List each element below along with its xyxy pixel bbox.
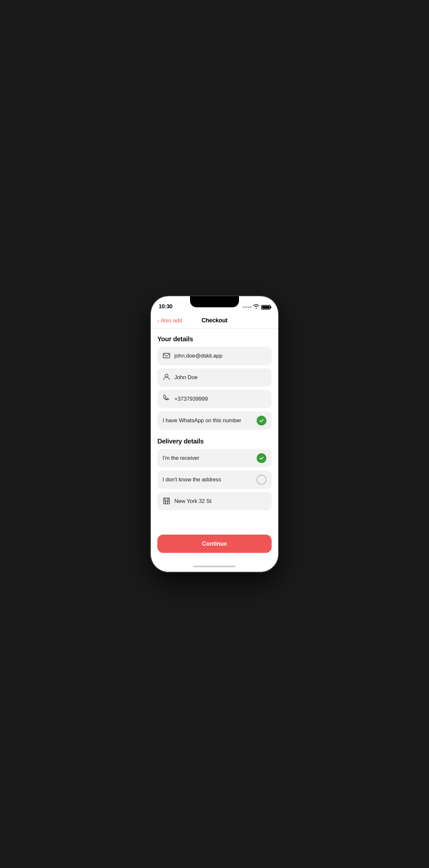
whatsapp-checkbox-row[interactable]: I have WhatsApp on this number — [157, 411, 272, 430]
address-unknown-checkbox-row[interactable]: I don't know the address — [157, 471, 272, 489]
name-field[interactable]: John Doe — [157, 368, 272, 386]
email-icon — [162, 352, 171, 360]
chevron-left-icon: ‹ — [157, 318, 159, 323]
battery-icon — [261, 305, 270, 310]
phone-icon — [162, 395, 171, 404]
home-indicator — [151, 561, 278, 572]
continue-button[interactable]: Continue — [157, 534, 272, 553]
status-icons — [243, 304, 270, 310]
back-label: Also add — [161, 317, 182, 324]
delivery-details-fields: I'm the receiver I don't know the addres… — [157, 449, 272, 510]
status-time: 10:30 — [159, 303, 173, 310]
svg-rect-0 — [163, 353, 170, 358]
wifi-icon — [253, 304, 259, 310]
phone-screen: 10:30 ‹ — [151, 296, 278, 572]
signal-icon — [243, 306, 251, 308]
name-value: John Doe — [174, 374, 197, 381]
receiver-label: I'm the receiver — [162, 455, 199, 461]
building-icon — [162, 497, 171, 506]
nav-bar: ‹ Also add Checkout — [151, 312, 278, 329]
phone-frame: 10:30 ‹ — [151, 296, 278, 572]
your-details-fields: john.doe@dskit.app John Doe — [157, 347, 272, 430]
phone-value: +3737939999 — [174, 396, 208, 402]
email-value: john.doe@dskit.app — [174, 353, 222, 359]
notch — [190, 296, 239, 307]
person-icon — [162, 373, 171, 382]
whatsapp-label: I have WhatsApp on this number — [162, 417, 241, 424]
svg-rect-6 — [167, 501, 168, 502]
receiver-checkbox-checked[interactable] — [256, 453, 267, 463]
content-area: Your details john.doe@dskit.app — [151, 329, 278, 531]
home-bar — [193, 566, 236, 567]
svg-rect-5 — [164, 501, 165, 502]
svg-rect-4 — [167, 499, 168, 500]
address-unknown-checkbox-unchecked[interactable] — [256, 475, 267, 485]
whatsapp-checkbox-checked[interactable] — [256, 416, 267, 426]
page-title: Checkout — [202, 317, 227, 324]
delivery-details-title: Delivery details — [157, 438, 272, 445]
email-field[interactable]: john.doe@dskit.app — [157, 347, 272, 365]
bottom-area: Continue — [151, 531, 278, 561]
svg-rect-3 — [164, 499, 165, 500]
address-unknown-label: I don't know the address — [162, 476, 221, 483]
back-button[interactable]: ‹ Also add — [157, 317, 182, 324]
svg-point-1 — [165, 374, 168, 377]
phone-field[interactable]: +3737939999 — [157, 390, 272, 408]
address-value: New York 32 St — [174, 498, 211, 504]
address-field[interactable]: New York 32 St — [157, 492, 272, 510]
your-details-title: Your details — [157, 335, 272, 343]
receiver-checkbox-row[interactable]: I'm the receiver — [157, 449, 272, 467]
